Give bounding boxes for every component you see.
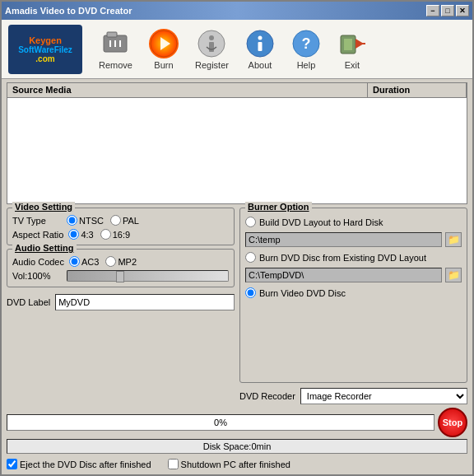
ratio-16-9-radio[interactable] — [100, 229, 111, 240]
main-window: Amadis Video to DVD Creator − □ ✕ Keygen… — [0, 0, 474, 476]
pal-label: PAL — [123, 216, 139, 226]
eject-checkbox-item: Eject the DVD Disc after finished — [7, 459, 151, 469]
title-bar-buttons: − □ ✕ — [426, 5, 469, 16]
shutdown-label: Shutdown PC after finished — [181, 460, 290, 469]
disk-space-bar: Disk Space:0min — [7, 439, 467, 454]
shutdown-checkbox[interactable] — [168, 459, 179, 469]
ac3-radio[interactable] — [69, 256, 80, 267]
exit-button[interactable]: Exit — [331, 26, 374, 73]
audio-setting-title: Audio Setting — [12, 243, 77, 253]
mp2-option[interactable]: MP2 — [105, 256, 137, 267]
toolbar: Keygen SoftWareFilez .com Remove — [2, 20, 472, 79]
dvd-recorder-row: DVD Recoder Image Recorder — [239, 388, 467, 404]
mp2-label: MP2 — [118, 257, 137, 267]
video-setting-title: Video Setting — [12, 202, 75, 212]
aspect-radio-group: 4:3 16:9 — [68, 229, 130, 240]
remove-icon — [100, 29, 130, 58]
svg-rect-9 — [209, 42, 214, 52]
audio-codec-label: Audio Codec — [12, 257, 64, 267]
shutdown-checkbox-item: Shutdown PC after finished — [168, 459, 290, 469]
dvd-label-input[interactable] — [55, 294, 235, 310]
panel-right: Burner Option Build DVD Layout to Hard D… — [239, 208, 467, 404]
burn-disc-label: Burn Video DVD Disc — [259, 288, 346, 298]
stop-button[interactable]: Stop — [438, 408, 467, 437]
svg-rect-1 — [107, 32, 117, 37]
slider-thumb — [116, 271, 124, 282]
panel-left: Video Setting TV Type NTSC PAL — [7, 208, 235, 404]
progress-wrapper: 0% — [7, 414, 434, 431]
build-hdd-path-input[interactable] — [245, 232, 442, 247]
dvd-label-row: DVD Label — [7, 294, 235, 310]
logo-area: Keygen SoftWareFilez .com — [8, 25, 82, 74]
maximize-button[interactable]: □ — [441, 5, 454, 16]
ntsc-option[interactable]: NTSC — [67, 215, 104, 226]
window-title: Amadis Video to DVD Creator — [5, 6, 132, 16]
remove-label: Remove — [99, 60, 132, 70]
help-label: Help — [297, 60, 316, 70]
close-button[interactable]: ✕ — [456, 5, 469, 16]
minimize-button[interactable]: − — [426, 5, 439, 16]
dvd-recorder-select[interactable]: Image Recorder — [300, 388, 467, 404]
table-header: Source Media Duration — [7, 83, 467, 98]
bottom-checkboxes: Eject the DVD Disc after finished Shutdo… — [7, 457, 467, 471]
vol-label: Vol:100% — [12, 271, 62, 281]
svg-point-11 — [258, 35, 262, 40]
register-button[interactable]: Register — [188, 26, 235, 73]
eject-label: Eject the DVD Disc after finished — [20, 460, 151, 469]
video-setting-group: Video Setting TV Type NTSC PAL — [7, 208, 235, 245]
help-button[interactable]: ? Help — [285, 26, 328, 73]
ntsc-radio[interactable] — [67, 215, 77, 226]
settings-row: Video Setting TV Type NTSC PAL — [7, 208, 467, 404]
tv-type-radio-group: NTSC PAL — [67, 215, 139, 226]
logo-keygen: Keygen — [29, 35, 62, 45]
logo-filez: .com — [35, 54, 54, 63]
dvd-recorder-text: DVD Recoder — [239, 391, 295, 401]
build-hdd-row: Build DVD Layout to Hard Disk — [245, 217, 462, 227]
build-hdd-path-row: 📁 — [245, 232, 462, 247]
ac3-label: AC3 — [81, 257, 99, 267]
tv-type-label: TV Type — [12, 216, 62, 226]
ratio-4-3-option[interactable]: 4:3 — [68, 229, 93, 240]
burn-button[interactable]: Burn — [142, 26, 185, 73]
progress-percent: 0% — [214, 418, 227, 427]
dvd-label-text: DVD Label — [7, 297, 50, 307]
ac3-option[interactable]: AC3 — [69, 256, 99, 267]
remove-button[interactable]: Remove — [92, 26, 139, 73]
exit-label: Exit — [345, 60, 360, 70]
logo-box: Keygen SoftWareFilez .com — [8, 25, 82, 74]
ratio-4-3-label: 4:3 — [81, 230, 93, 240]
aspect-label: Aspect Ratio — [12, 230, 63, 240]
burn-disc-row: Burn Video DVD Disc — [245, 287, 462, 298]
help-icon: ? — [291, 29, 321, 58]
ratio-16-9-label: 16:9 — [113, 230, 130, 240]
col-header-duration: Duration — [368, 83, 467, 97]
about-label: About — [249, 60, 272, 70]
disk-space-text: Disk Space:0min — [203, 441, 272, 451]
svg-rect-16 — [344, 39, 352, 50]
svg-rect-12 — [258, 42, 262, 51]
ratio-4-3-radio[interactable] — [68, 229, 79, 240]
stop-label: Stop — [443, 418, 462, 427]
burn-existing-radio[interactable] — [245, 252, 256, 263]
pal-radio[interactable] — [110, 215, 121, 226]
ratio-16-9-option[interactable]: 16:9 — [100, 229, 130, 240]
eject-checkbox[interactable] — [7, 459, 17, 469]
mp2-radio[interactable] — [105, 256, 116, 267]
about-icon — [245, 29, 275, 58]
codec-radio-group: AC3 MP2 — [69, 256, 137, 267]
ntsc-label: NTSC — [79, 216, 104, 226]
build-hdd-radio[interactable] — [245, 217, 256, 227]
about-button[interactable]: About — [239, 26, 281, 73]
svg-text:?: ? — [301, 35, 310, 52]
volume-slider[interactable] — [67, 270, 229, 282]
burn-disc-radio[interactable] — [245, 287, 256, 298]
pal-option[interactable]: PAL — [110, 215, 139, 226]
table-body[interactable] — [7, 98, 467, 203]
burn-existing-path-input[interactable] — [245, 268, 442, 282]
burner-option-title: Burner Option — [245, 202, 312, 212]
progress-section: 0% Stop Disk Space:0min — [7, 408, 467, 454]
progress-bar: 0% — [7, 414, 434, 431]
build-hdd-folder-btn[interactable]: 📁 — [445, 232, 462, 247]
burn-existing-folder-btn[interactable]: 📁 — [445, 268, 462, 282]
col-header-media: Source Media — [7, 83, 368, 97]
